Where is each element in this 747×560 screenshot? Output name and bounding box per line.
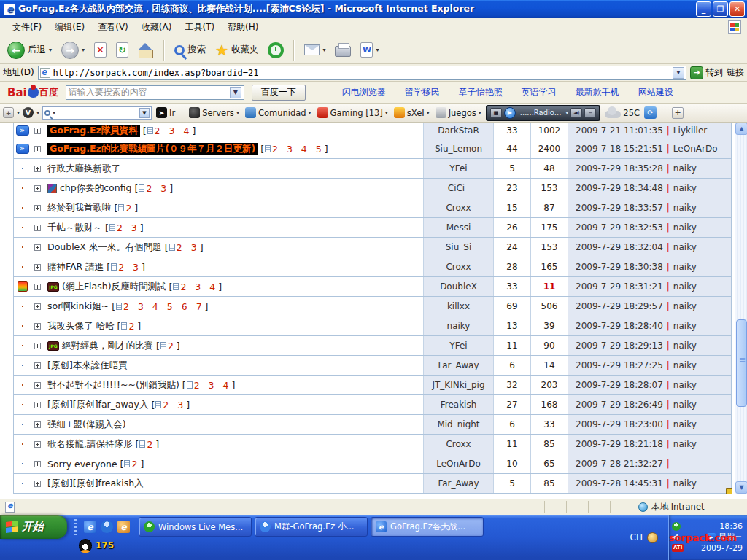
dropdown-icon[interactable]: ▾	[36, 109, 39, 116]
baidu-link[interactable]: 网站建设	[638, 86, 673, 98]
last-editor-link[interactable]: naiky	[673, 419, 697, 429]
dropdown-icon[interactable]: ▾	[385, 109, 388, 116]
quicklaunch-messenger-icon[interactable]	[101, 521, 113, 533]
dropdown-icon[interactable]: ▾	[53, 109, 55, 116]
topic-title-link[interactable]: 强细+盟(俾踢入会)	[47, 419, 126, 431]
expand-icon[interactable]	[34, 382, 41, 389]
last-editor-link[interactable]: naiky	[673, 222, 697, 233]
gamebar-menu-item[interactable]: Gaming [13] ▾	[316, 106, 390, 119]
topic-title-link[interactable]: Sorry everyone	[47, 459, 117, 470]
expand-icon[interactable]	[34, 244, 41, 251]
last-editor-link[interactable]: naiky	[673, 380, 697, 390]
address-input[interactable]: http://sorpack.com/index.asp?boardid=21 …	[38, 66, 686, 80]
toolbar-grip[interactable]	[74, 519, 77, 535]
expand-icon[interactable]	[34, 225, 41, 231]
author-link[interactable]: Far_Away	[438, 478, 479, 489]
page-number-links[interactable]: 2 3 4	[180, 281, 218, 292]
favorites-button[interactable]: ★ 收藏夹	[212, 42, 261, 59]
author-link[interactable]: Mid_night	[437, 419, 479, 429]
topic-title-link[interactable]: [原创]本來諗住唔買	[47, 359, 128, 372]
taskbar-window-button[interactable]: M群-GoFrag.Ez 小...	[255, 517, 368, 537]
baidu-link[interactable]: 闪电浏览器	[342, 86, 386, 98]
expand-icon[interactable]	[34, 481, 41, 487]
author-link[interactable]: naiky	[447, 321, 471, 331]
taskbar-window-button[interactable]: Windows Live Mes...	[139, 517, 252, 537]
scroll-up-icon[interactable]: ▲	[735, 122, 747, 135]
author-link[interactable]: YFei	[449, 163, 467, 174]
baidu-dropdown-icon[interactable]: ▼	[230, 87, 241, 98]
ir-button[interactable]: ➤ Ir	[155, 106, 177, 119]
last-editor-link[interactable]: naiky	[673, 281, 697, 292]
edit-button[interactable]: W▾	[357, 41, 382, 59]
radio-volume-icon[interactable]: ◄)	[570, 108, 582, 118]
baidu-link[interactable]: 章子怡艳照	[459, 86, 503, 98]
author-link[interactable]: Far_Away	[438, 360, 479, 370]
topic-title-link[interactable]: 終於到我首歌啦	[47, 202, 112, 214]
author-link[interactable]: Siu_Lemon	[435, 144, 482, 154]
expand-icon[interactable]	[34, 362, 41, 369]
language-indicator[interactable]: CH	[630, 532, 643, 542]
gamebar-menu-item[interactable]: sXeI ▾	[392, 106, 431, 119]
author-link[interactable]: YFei	[449, 341, 467, 351]
menu-item[interactable]: 工具(T)	[178, 20, 221, 34]
expand-icon[interactable]	[34, 402, 41, 408]
baidu-link[interactable]: 英语学习	[522, 86, 557, 98]
expand-icon[interactable]	[34, 461, 41, 467]
page-number-links[interactable]: 2 3	[163, 400, 186, 411]
address-url[interactable]: http://sorpack.com/index.asp?boardid=21	[53, 68, 259, 78]
baidu-search-button[interactable]: 百度一下	[252, 85, 306, 101]
input-method-icon[interactable]	[647, 532, 658, 543]
author-link[interactable]: Croxx	[446, 439, 471, 449]
topic-title-link[interactable]: GoFrag.Ez的比賽戰績圖片(０９年７月２日更新)	[47, 143, 258, 155]
last-editor-link[interactable]: naiky	[673, 262, 697, 272]
add-toolbar-button[interactable]: +	[672, 107, 684, 119]
page-number-links[interactable]: 2 3	[146, 183, 169, 194]
page-number-links[interactable]: 2 3	[177, 242, 200, 253]
last-editor-link[interactable]: naiky	[673, 203, 697, 213]
topic-title-link[interactable]: sor啊kinki姐~	[47, 300, 109, 313]
page-number-links[interactable]: 2 3 4	[155, 125, 193, 136]
expand-icon[interactable]	[34, 185, 41, 192]
back-dropdown-icon[interactable]: ▾	[49, 47, 52, 53]
radio-play-icon[interactable]: ▶	[504, 107, 516, 119]
expand-icon[interactable]	[34, 303, 41, 310]
edit-dropdown-icon[interactable]: ▾	[376, 47, 379, 53]
dropdown-icon[interactable]: ▾	[236, 109, 239, 116]
expand-icon[interactable]	[34, 166, 41, 172]
maximize-button[interactable]: ❐	[713, 1, 728, 17]
forward-button[interactable]: → ▾	[58, 40, 88, 61]
close-button[interactable]: ✕	[729, 1, 745, 17]
page-number-links[interactable]: 2	[147, 439, 155, 450]
minimize-button[interactable]: _	[696, 1, 711, 17]
scroll-down-icon[interactable]: ▼	[735, 481, 747, 494]
back-button[interactable]: ← 后退 ▾	[4, 40, 55, 61]
page-number-links[interactable]: 2	[125, 203, 134, 214]
go-button[interactable]: ➜ 转到	[690, 66, 723, 79]
quicklaunch-browser-icon[interactable]: e	[117, 521, 130, 533]
dropdown-icon[interactable]: ▾	[17, 109, 20, 116]
menu-item[interactable]: 查看(V)	[91, 20, 135, 34]
page-number-links[interactable]: 2 3	[117, 222, 140, 233]
home-button[interactable]	[135, 42, 157, 59]
last-editor-link[interactable]: naiky	[673, 321, 697, 331]
page-number-links[interactable]: 2	[131, 459, 140, 470]
page-number-links[interactable]: 2 3 4 5	[272, 144, 325, 155]
expand-icon[interactable]	[34, 343, 41, 349]
topic-title-link[interactable]: [原创][原创]far_away入	[47, 399, 148, 411]
tray-messenger-icon[interactable]	[672, 522, 681, 531]
author-link[interactable]: Croxx	[446, 262, 471, 272]
topic-title-link[interactable]: GoFrag.Ez隊員資料	[47, 125, 140, 137]
author-link[interactable]: CiCi_	[448, 183, 469, 193]
baidu-link[interactable]: 最新款手机	[576, 86, 619, 98]
expand-icon[interactable]	[34, 128, 41, 134]
last-editor-link[interactable]: naiky	[673, 301, 697, 311]
dropdown-icon[interactable]: ▾	[427, 109, 430, 116]
topic-title-link[interactable]: 我改头像了 哈哈	[47, 320, 114, 332]
gamebar-menu-item[interactable]: Juegos ▾	[434, 106, 483, 119]
last-editor-link[interactable]: naiky	[673, 439, 697, 449]
page-number-links[interactable]: 2	[168, 341, 177, 351]
taskbar-window-button[interactable]: e GoFrag.Ez各大战...	[371, 517, 484, 537]
topic-title-link[interactable]: 歌名接龍,請保持隊形	[47, 438, 132, 451]
author-link[interactable]: Messi	[446, 222, 471, 233]
expand-icon[interactable]	[34, 264, 41, 271]
